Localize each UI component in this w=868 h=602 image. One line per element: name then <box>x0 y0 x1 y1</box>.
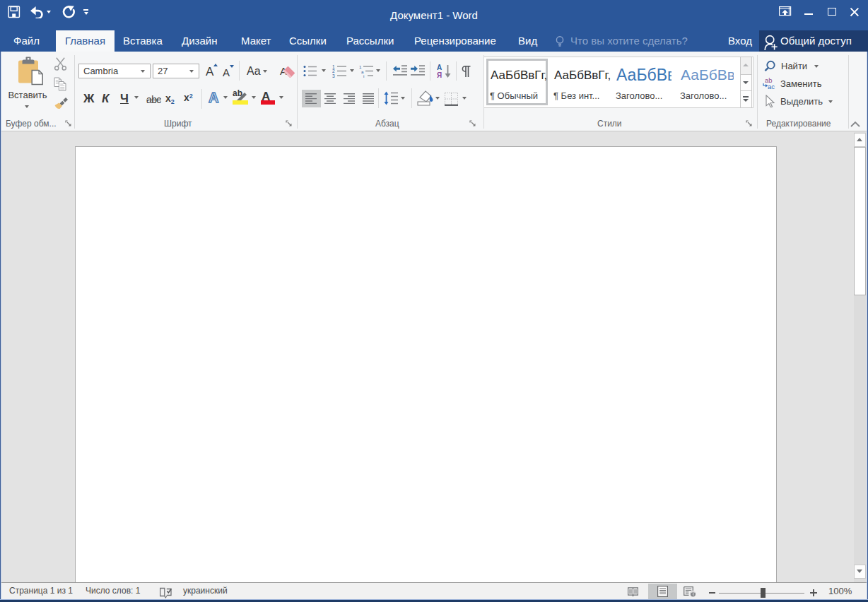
svg-text:Я: Я <box>437 71 442 78</box>
svg-text:А: А <box>437 64 442 71</box>
svg-text:i: i <box>363 73 364 78</box>
svg-text:3: 3 <box>332 73 335 78</box>
svg-text:ac: ac <box>768 83 775 90</box>
